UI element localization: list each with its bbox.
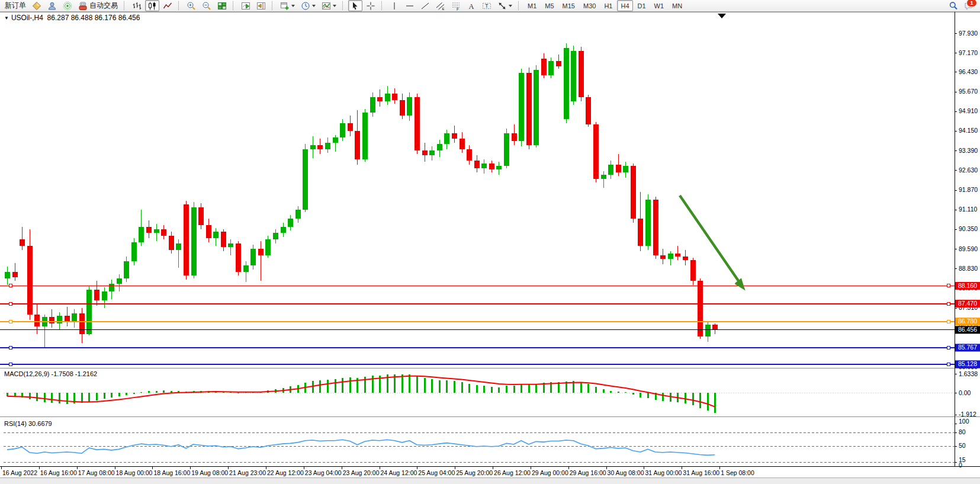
price-badge-85.767: 85.767 xyxy=(958,344,977,351)
profile-icon[interactable] xyxy=(45,0,59,11)
candlestick-chart-icon xyxy=(147,1,157,11)
auto-scroll-icon xyxy=(241,1,250,11)
crosshair-icon xyxy=(366,1,375,11)
arrows-icon[interactable] xyxy=(495,0,515,11)
price-tick-label: 96.430 xyxy=(959,68,978,75)
chart-window[interactable]: 97.93097.17096.43095.67094.91094.15093.3… xyxy=(0,0,980,484)
zoom-in-icon[interactable] xyxy=(184,0,198,11)
timeframe-button-m1[interactable]: M1 xyxy=(524,0,540,11)
search-icon[interactable] xyxy=(946,0,960,11)
new-order-button-label: 新订单 xyxy=(5,1,26,11)
price-tick-label: 93.390 xyxy=(959,147,978,154)
price-badge-87.470: 87.470 xyxy=(958,300,977,307)
arrows-icon xyxy=(497,1,507,11)
price-tick-label: 94.910 xyxy=(959,107,978,114)
line-handle[interactable] xyxy=(947,302,950,305)
templates-icon[interactable] xyxy=(319,0,339,11)
fibonacci-icon[interactable]: F xyxy=(449,0,463,11)
new-chart-icon[interactable] xyxy=(278,0,297,11)
zoom-out-icon xyxy=(202,1,211,11)
chart-shift-icon[interactable] xyxy=(254,0,268,11)
price-badge-88.160: 88.160 xyxy=(958,282,977,289)
new-chart-icon xyxy=(280,1,290,11)
price-tick-label: 89.590 xyxy=(959,245,978,252)
text-label-icon[interactable]: T xyxy=(480,0,494,11)
signals-icon[interactable] xyxy=(60,0,75,11)
price-tick-label: 97.930 xyxy=(959,30,978,37)
profile-icon xyxy=(47,1,57,11)
rsi-tick-label: 80 xyxy=(959,428,966,435)
timeframe-button-h4[interactable]: H4 xyxy=(617,0,632,11)
bar-chart-icon[interactable] xyxy=(130,0,144,11)
timeframe-button-d1[interactable]: D1 xyxy=(634,0,650,11)
svg-text:T: T xyxy=(485,2,488,8)
auto-scroll-icon[interactable] xyxy=(239,0,253,11)
metaeditor-icon[interactable] xyxy=(30,0,44,11)
rsi-tick-label: 100 xyxy=(959,418,969,425)
timeframe-button-h1[interactable]: H1 xyxy=(600,0,616,11)
signals-icon xyxy=(63,1,72,11)
time-tick-label: 29 Aug 00:00 xyxy=(532,469,568,476)
equidistant-channel-icon[interactable]: E xyxy=(433,0,448,11)
crosshair-icon[interactable] xyxy=(364,0,378,11)
text-icon[interactable]: A xyxy=(464,0,478,11)
notifications-icon[interactable]: 1 xyxy=(962,0,976,11)
line-handle[interactable] xyxy=(9,346,12,349)
candlestick-chart-icon[interactable] xyxy=(145,0,159,11)
timeframe-button-m5[interactable]: M5 xyxy=(541,0,557,11)
timeframe-button-m15[interactable]: M15 xyxy=(559,0,579,11)
price-tick-label: 97.170 xyxy=(959,49,978,56)
chevron-down-icon xyxy=(333,5,336,7)
time-tick-label: 18 Aug 00:00 xyxy=(116,469,153,476)
time-tick-label: 18 Aug 16:00 xyxy=(153,469,190,476)
autotrading-icon xyxy=(78,1,88,11)
bottom-strip xyxy=(0,477,980,484)
toolbar-separator xyxy=(342,1,345,10)
time-tick-label: 21 Aug 23:00 xyxy=(229,469,266,476)
horizontal-line-icon[interactable] xyxy=(403,0,417,11)
bar-chart-icon xyxy=(132,1,142,11)
zoom-out-icon[interactable] xyxy=(200,0,214,11)
periods-icon xyxy=(301,1,310,11)
line-handle[interactable] xyxy=(947,284,950,287)
time-tick-label: 26 Aug 12:00 xyxy=(494,469,531,476)
autotrading-button-label: 自动交易 xyxy=(89,1,118,11)
horizontal-line-icon xyxy=(405,1,415,11)
chart-shift-icon xyxy=(256,1,266,11)
time-tick-label: 31 Aug 16:00 xyxy=(683,469,719,476)
price-tick-label: 91.110 xyxy=(959,206,977,213)
rsi-tick-label: 0 xyxy=(959,461,962,469)
toolbar-separator xyxy=(381,1,384,10)
line-handle[interactable] xyxy=(947,320,950,323)
cursor-icon xyxy=(351,1,360,11)
svg-text:F: F xyxy=(457,7,459,11)
timeframe-button-mn[interactable]: MN xyxy=(669,0,686,11)
vertical-line-icon[interactable] xyxy=(387,0,401,11)
timeframe-button-m30[interactable]: M30 xyxy=(580,0,599,11)
fibonacci-icon: F xyxy=(451,1,461,11)
line-handle[interactable] xyxy=(9,320,12,323)
cursor-icon[interactable] xyxy=(348,0,362,11)
autotrading-button[interactable]: 自动交易 xyxy=(76,0,120,11)
time-tick-label: 30 Aug 08:00 xyxy=(608,469,644,476)
periods-icon[interactable] xyxy=(298,0,318,11)
macd-tick-label: 0.00 xyxy=(959,389,971,396)
text-label-icon: T xyxy=(482,1,491,11)
line-handle[interactable] xyxy=(9,302,12,305)
new-order-button[interactable]: 新订单 xyxy=(1,0,28,11)
time-tick-label: 25 Aug 04:00 xyxy=(418,469,455,476)
line-chart-icon[interactable] xyxy=(160,0,175,11)
equidistant-channel-icon: E xyxy=(436,1,445,11)
line-handle[interactable] xyxy=(947,363,950,366)
price-tick-label: 92.630 xyxy=(959,166,978,174)
trendline-icon[interactable] xyxy=(418,0,432,11)
search-icon xyxy=(949,1,958,11)
line-handle[interactable] xyxy=(9,363,12,366)
tile-windows-icon[interactable] xyxy=(215,0,229,11)
price-badge-86.456: 86.456 xyxy=(958,326,977,333)
line-chart-icon xyxy=(163,1,172,11)
line-handle[interactable] xyxy=(947,346,950,349)
line-handle[interactable] xyxy=(9,284,12,287)
timeframe-button-w1[interactable]: W1 xyxy=(651,0,668,11)
templates-icon xyxy=(322,1,331,11)
